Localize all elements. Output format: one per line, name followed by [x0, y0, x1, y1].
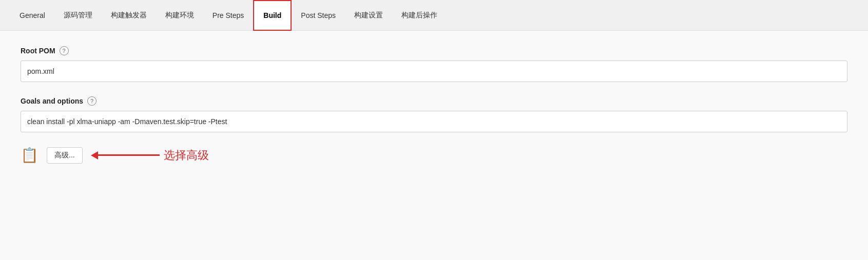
tab-build-settings[interactable]: 构建设置 — [345, 0, 392, 31]
goals-options-label-text: Goals and options — [21, 97, 83, 105]
tab-general[interactable]: General — [10, 0, 54, 31]
root-pom-label: Root POM ? — [21, 46, 847, 55]
content-area: Root POM ? Goals and options ? 📋 高级... 选… — [0, 31, 868, 260]
tab-post-build-actions[interactable]: 构建后操作 — [392, 0, 447, 31]
goals-options-help-icon[interactable]: ? — [87, 96, 97, 106]
tab-build[interactable]: Build — [253, 0, 292, 31]
goals-options-label: Goals and options ? — [21, 96, 847, 106]
tab-bar: General源码管理构建触发器构建环境Pre StepsBuildPost S… — [0, 0, 868, 31]
notebook-icon: 📋 — [21, 147, 38, 164]
advanced-button-label: 高级... — [54, 151, 75, 160]
arrow-head — [91, 151, 98, 159]
tab-source-management[interactable]: 源码管理 — [54, 0, 102, 31]
bottom-section: 📋 高级... 选择高级 — [21, 147, 847, 164]
goals-options-input[interactable] — [21, 111, 847, 132]
advanced-button[interactable]: 高级... — [47, 147, 83, 164]
root-pom-label-text: Root POM — [21, 47, 55, 55]
arrow-line — [98, 154, 160, 156]
tab-post-steps[interactable]: Post Steps — [292, 0, 345, 31]
root-pom-section: Root POM ? — [21, 46, 847, 82]
root-pom-help-icon[interactable]: ? — [60, 46, 69, 55]
arrow-container — [91, 151, 160, 159]
goals-options-section: Goals and options ? — [21, 96, 847, 132]
tab-build-env[interactable]: 构建环境 — [156, 0, 203, 31]
tab-pre-steps[interactable]: Pre Steps — [203, 0, 253, 31]
tab-build-trigger[interactable]: 构建触发器 — [102, 0, 156, 31]
annotation-text: 选择高级 — [164, 148, 209, 163]
arrow-annotation: 选择高级 — [91, 148, 209, 163]
root-pom-input[interactable] — [21, 61, 847, 82]
